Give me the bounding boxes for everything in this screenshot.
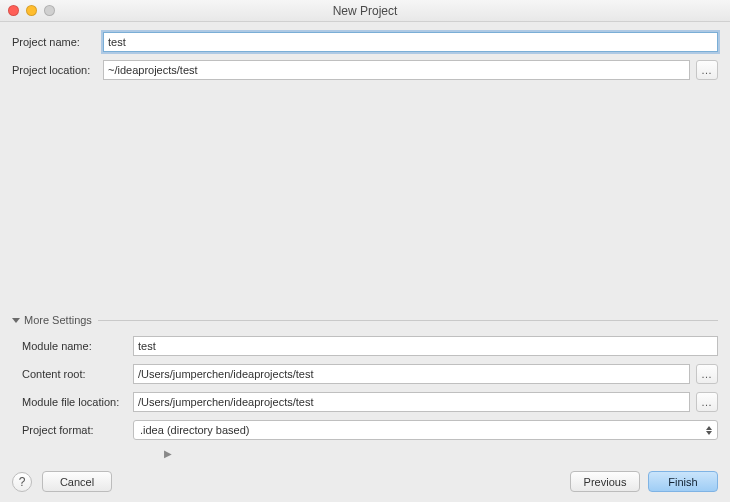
module-name-input[interactable] bbox=[133, 336, 718, 356]
project-location-input[interactable] bbox=[103, 60, 690, 80]
button-bar: ? Cancel Previous Finish bbox=[12, 471, 718, 492]
project-format-value: .idea (directory based) bbox=[140, 424, 249, 436]
content-root-input[interactable] bbox=[133, 364, 690, 384]
content-root-label: Content root: bbox=[12, 368, 127, 380]
browse-location-button[interactable]: … bbox=[696, 60, 718, 80]
collapse-icon bbox=[12, 318, 20, 323]
titlebar: New Project bbox=[0, 0, 730, 22]
content-root-row: Content root: … bbox=[12, 364, 718, 384]
more-settings-panel: Module name: Content root: … Module file… bbox=[12, 336, 718, 459]
divider bbox=[98, 320, 718, 321]
project-location-row: Project location: … bbox=[12, 60, 718, 80]
dialog-content: Project name: Project location: … More S… bbox=[0, 22, 730, 459]
cancel-button[interactable]: Cancel bbox=[42, 471, 112, 492]
expand-arrow-icon[interactable]: ▶ bbox=[164, 448, 718, 459]
more-settings-title: More Settings bbox=[24, 314, 92, 326]
browse-module-file-button[interactable]: … bbox=[696, 392, 718, 412]
zoom-icon[interactable] bbox=[44, 5, 55, 16]
module-name-row: Module name: bbox=[12, 336, 718, 356]
module-name-label: Module name: bbox=[12, 340, 127, 352]
project-format-label: Project format: bbox=[12, 424, 127, 436]
module-file-location-row: Module file location: … bbox=[12, 392, 718, 412]
module-file-location-input[interactable] bbox=[133, 392, 690, 412]
vertical-spacer bbox=[12, 88, 718, 314]
project-name-input[interactable] bbox=[103, 32, 718, 52]
close-icon[interactable] bbox=[8, 5, 19, 16]
more-settings-header[interactable]: More Settings bbox=[12, 314, 718, 326]
module-file-location-label: Module file location: bbox=[12, 396, 127, 408]
project-format-select[interactable]: .idea (directory based) bbox=[133, 420, 718, 440]
project-format-row: Project format: .idea (directory based) bbox=[12, 420, 718, 440]
help-button[interactable]: ? bbox=[12, 472, 32, 492]
project-name-row: Project name: bbox=[12, 32, 718, 52]
window-title: New Project bbox=[333, 4, 398, 18]
project-location-label: Project location: bbox=[12, 64, 97, 76]
previous-button[interactable]: Previous bbox=[570, 471, 640, 492]
finish-button[interactable]: Finish bbox=[648, 471, 718, 492]
window-controls bbox=[8, 5, 55, 16]
project-name-label: Project name: bbox=[12, 36, 97, 48]
stepper-icon bbox=[702, 422, 716, 438]
browse-content-root-button[interactable]: … bbox=[696, 364, 718, 384]
minimize-icon[interactable] bbox=[26, 5, 37, 16]
